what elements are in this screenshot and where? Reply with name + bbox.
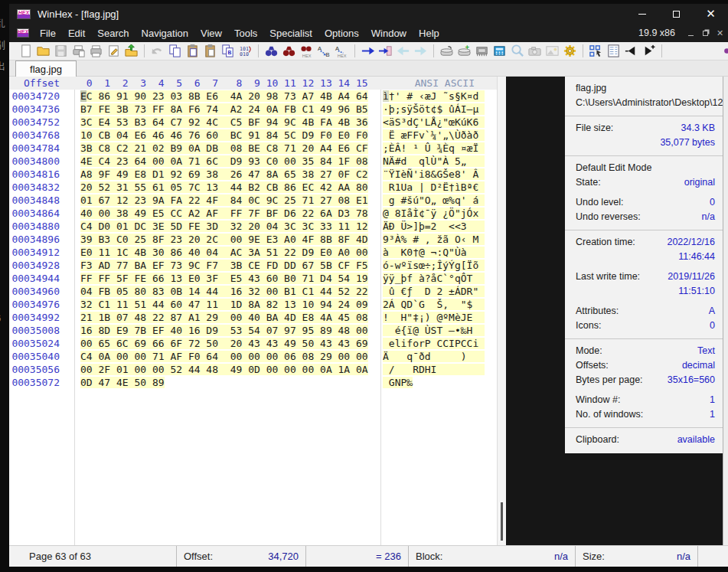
open-file-icon[interactable] xyxy=(34,43,52,59)
hex-row[interactable]: 000347843B C8 C2 21 02 B9 0A DB 08 BE C8… xyxy=(9,142,497,155)
vertical-scrollbar[interactable] xyxy=(497,77,506,545)
mdi-restore-button[interactable] xyxy=(699,27,712,39)
row-bytes[interactable]: 00 65 6C 69 66 6F 72 50 20 43 43 49 50 4… xyxy=(74,337,380,350)
hex-row[interactable]: 000350720D 47 4E 50 89 GNP‰ xyxy=(9,376,497,389)
row-bytes[interactable]: 32 C1 11 51 44 60 47 11 1D 8A 82 13 10 9… xyxy=(74,298,380,311)
menu-window[interactable]: Window xyxy=(365,28,413,39)
calculator-icon[interactable] xyxy=(491,43,508,59)
row-ascii[interactable]: ó-wºïsœ÷;ÎýÝg[Ïõ xyxy=(380,259,484,272)
row-bytes[interactable]: 10 CB 04 E6 46 46 76 60 BC 91 84 5C D9 F… xyxy=(74,129,380,142)
row-ascii[interactable]: ! H"‡¡) @ºMèJE xyxy=(380,311,484,324)
status-decimal-segment[interactable]: = 236 xyxy=(306,546,409,567)
row-ascii[interactable]: é{ï@ ÙST —•‰H xyxy=(380,324,484,337)
menu-search[interactable]: Search xyxy=(91,28,135,39)
row-ascii[interactable]: 9³À% # , žã O‹ M xyxy=(380,233,484,246)
export-file-icon[interactable] xyxy=(122,43,140,59)
replace-text-icon[interactable]: AB xyxy=(315,43,333,59)
row-bytes[interactable]: C4 D0 01 DC 3E 5D FE 3D 32 20 04 3C 3C 3… xyxy=(74,220,380,233)
row-ascii[interactable]: eliforP CCIPCCi xyxy=(380,337,484,350)
clipped-window-icon[interactable] xyxy=(722,43,728,59)
row-bytes[interactable]: 20 52 31 55 61 05 7C 13 44 B2 CB 86 EC 4… xyxy=(74,181,380,194)
hex-row[interactable]: 0003502400 65 6C 69 66 6F 72 50 20 43 43… xyxy=(9,337,497,350)
print-icon[interactable] xyxy=(87,43,105,59)
row-ascii[interactable]: Ä q¯ðd ) xyxy=(380,350,484,363)
new-document-icon[interactable] xyxy=(17,43,34,59)
row-ascii[interactable]: NÄ#d qlÙ"À 5„ xyxy=(380,155,484,168)
row-bytes[interactable]: E0 11 1C 4B 30 86 40 04 AC 3A 51 22 D9 E… xyxy=(74,246,380,259)
hex-row[interactable]: 0003486440 00 38 49 E5 CC A2 AF FF 7F BF… xyxy=(9,207,497,220)
hex-row[interactable]: 0003505600 2F 01 00 00 52 44 48 49 0D 00… xyxy=(9,363,497,376)
hex-editor[interactable]: Offset 0 1 2 3 4 5 6 7 8 9 10 11 12 13 1… xyxy=(9,77,497,545)
row-bytes[interactable]: 3B C8 C2 21 02 B9 0A DB 08 BE C8 71 20 A… xyxy=(74,142,380,155)
tab-flag-jpg[interactable]: flag.jpg xyxy=(15,60,77,77)
paste-into-icon[interactable] xyxy=(201,43,219,59)
copy-icon[interactable] xyxy=(166,43,184,59)
row-bytes[interactable]: 40 00 38 49 E5 CC A2 AF FF 7F BF D6 22 6… xyxy=(74,207,380,220)
open-disk-icon[interactable] xyxy=(438,43,455,59)
status-offset-segment[interactable]: Offset:34,720 xyxy=(177,546,306,567)
row-bytes[interactable]: 0D 47 4E 50 89 xyxy=(74,376,380,389)
row-bytes[interactable]: 21 1B 07 48 22 87 A1 29 00 40 BA 4D E8 4… xyxy=(74,311,380,324)
close-button[interactable]: ✕ xyxy=(694,4,728,24)
row-bytes[interactable]: B7 FE 3B 73 FF 8A F6 74 A2 24 0A FB C1 4… xyxy=(74,103,380,116)
menu-tools[interactable]: Tools xyxy=(228,28,263,39)
hex-row[interactable]: 0003484801 67 12 23 9A FA 22 4F 84 0C 9C… xyxy=(9,194,497,207)
row-ascii[interactable]: <äS³dÇ'LÅ¿"œKúK6 xyxy=(380,116,484,129)
menu-navigation[interactable]: Navigation xyxy=(135,28,194,39)
row-bytes[interactable]: 39 B3 C0 25 8F 23 20 2C 00 9E E3 A0 4F 8… xyxy=(74,233,380,246)
hex-row[interactable]: 00034736B7 FE 3B 73 FF 8A F6 74 A2 24 0A… xyxy=(9,103,497,116)
copy-binary-icon[interactable]: 101010 xyxy=(237,43,254,59)
row-bytes[interactable]: 00 2F 01 00 00 52 44 48 49 0D 00 00 00 0… xyxy=(74,363,380,376)
row-ascii[interactable]: / RDHI xyxy=(380,363,484,376)
hex-row[interactable]: 0003496004 FB 05 80 83 0B 14 44 16 32 00… xyxy=(9,285,497,298)
go-back-icon[interactable] xyxy=(394,43,412,59)
row-bytes[interactable]: C4 0A 00 00 71 AF F0 64 00 00 00 06 08 2… xyxy=(74,350,380,363)
minimize-button[interactable] xyxy=(625,4,659,24)
hex-row[interactable]: 0003500816 8D E9 7B EF 40 16 D9 53 54 07… xyxy=(9,324,497,337)
hex-row[interactable]: 0003483220 52 31 55 61 05 7C 13 44 B2 CB… xyxy=(9,181,497,194)
row-bytes[interactable]: 04 FB 05 80 83 0B 14 44 16 32 00 B1 C1 4… xyxy=(74,285,380,298)
row-bytes[interactable]: EC 86 91 90 23 03 8B E6 4A 20 98 73 A7 4… xyxy=(74,90,380,103)
paste-write-icon[interactable] xyxy=(184,43,201,59)
status-page-segment[interactable]: Page 63 of 63 xyxy=(9,546,177,567)
row-bytes[interactable]: 4E C4 23 64 00 0A 71 6C D9 93 C0 00 35 8… xyxy=(74,155,380,168)
replace-hex-icon[interactable]: AHEX xyxy=(333,43,351,59)
menu-view[interactable]: View xyxy=(194,28,228,39)
hex-row[interactable]: 00035040C4 0A 00 00 71 AF F0 64 00 00 00… xyxy=(9,350,497,363)
row-ascii[interactable]: Ë æFFv`¼'„\Ùðàð xyxy=(380,129,484,142)
mdi-close-button[interactable]: ✕ xyxy=(713,27,726,39)
row-ascii[interactable]: û €ƒ D 2 ±ÁDR" xyxy=(380,285,484,298)
info-panel-scrollbar[interactable] xyxy=(723,77,728,545)
select-block-icon[interactable] xyxy=(587,43,605,59)
view-zoom-icon[interactable] xyxy=(508,43,526,59)
hex-row[interactable]: 000347523C E4 53 B3 64 C7 92 4C C5 BF 94… xyxy=(9,116,497,129)
row-ascii[interactable]: ·þ;sÿŠöt¢$ ûÁI–µ xyxy=(380,103,484,116)
row-bytes[interactable]: 16 8D E9 7B EF 40 16 D9 53 54 07 97 95 8… xyxy=(74,324,380,337)
mdi-minimize-button[interactable] xyxy=(684,27,697,39)
status-block-segment[interactable]: Block:n/a xyxy=(409,546,576,567)
find-text-icon[interactable] xyxy=(263,43,280,59)
hex-row[interactable]: 0003489639 B3 C0 25 8F 23 20 2C 00 9E E3… xyxy=(9,233,497,246)
menu-file[interactable]: File xyxy=(34,28,62,39)
go-forward-icon[interactable] xyxy=(412,43,429,59)
menu-specialist[interactable]: Specialist xyxy=(263,28,318,39)
maximize-button[interactable] xyxy=(659,4,694,24)
clone-disk-icon[interactable]: + xyxy=(455,43,473,59)
screenshot-icon[interactable] xyxy=(526,43,544,59)
row-ascii[interactable]: à K0†@ ¬:Q"Ùà xyxy=(380,246,484,259)
print-preview-icon[interactable] xyxy=(70,43,87,59)
menu-help[interactable]: Help xyxy=(413,28,446,39)
goto-offset-icon[interactable] xyxy=(359,43,377,59)
grow-window-icon[interactable] xyxy=(640,43,658,59)
row-ascii[interactable]: ÿÿ_þf à?åC`°qÔT xyxy=(380,272,484,285)
hex-row[interactable]: 000348004E C4 23 64 00 0A 71 6C D9 93 C0… xyxy=(9,155,497,168)
templates-icon[interactable] xyxy=(605,43,622,59)
scrollbar-thumb[interactable] xyxy=(501,502,503,541)
row-bytes[interactable]: 01 67 12 23 9A FA 22 4F 84 0C 9C 25 71 2… xyxy=(74,194,380,207)
hex-row[interactable]: 0003476810 CB 04 E6 46 46 76 60 BC 91 84… xyxy=(9,129,497,142)
hex-row[interactable]: 0003497632 C1 11 51 44 60 47 11 1D 8A 82… xyxy=(9,298,497,311)
hex-row[interactable]: 00034912E0 11 1C 4B 30 86 40 04 AC 3A 51… xyxy=(9,246,497,259)
row-bytes[interactable]: FF FF 5F FE 66 13 E0 3F E5 43 60 B0 71 D… xyxy=(74,272,380,285)
row-bytes[interactable]: F3 AD 77 BA EF 73 9C F7 3B CE FD DD 67 5… xyxy=(74,259,380,272)
gallery-icon[interactable] xyxy=(544,43,561,59)
